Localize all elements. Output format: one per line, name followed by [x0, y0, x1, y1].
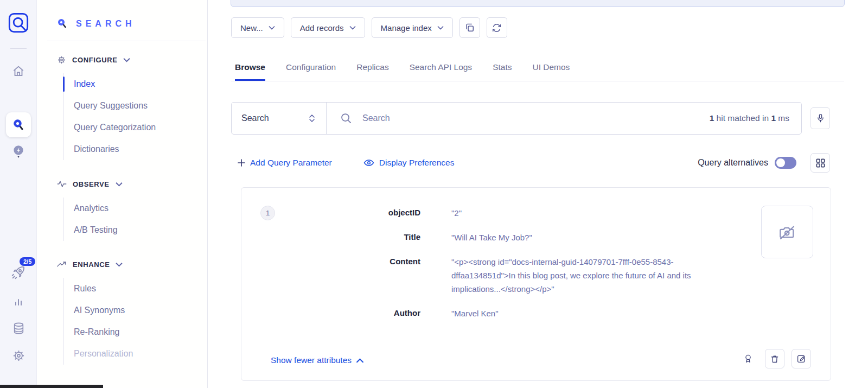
sidebar-item-re-ranking[interactable]: Re-Ranking — [64, 321, 207, 343]
search-magnifier-icon — [57, 18, 67, 29]
chevron-down-icon — [437, 26, 444, 30]
hits-status: 1 hit matched in 1 ms — [710, 113, 792, 123]
sidebar-item-rules[interactable]: Rules — [64, 278, 207, 300]
attribute-key: Title — [241, 231, 420, 244]
sidebar-item-ai-synonyms[interactable]: AI Synonyms — [64, 300, 207, 321]
chevron-down-icon — [123, 58, 130, 62]
ranking-info-button[interactable] — [738, 349, 758, 368]
tab-stats[interactable]: Stats — [493, 56, 512, 81]
activity-icon — [57, 180, 67, 188]
attribute-value: "Will AI Take My Job?" — [451, 231, 532, 244]
manage-index-label: Manage index — [381, 23, 432, 33]
layout-grid-button[interactable] — [810, 153, 830, 173]
database-icon[interactable] — [0, 321, 37, 335]
trash-icon — [770, 354, 780, 364]
hits-count: 1 — [710, 113, 714, 123]
analytics-bars-icon[interactable] — [0, 295, 37, 308]
chevron-down-icon — [349, 26, 356, 30]
section-configure[interactable]: CONFIGURE — [37, 53, 207, 66]
sidebar-item-dictionaries[interactable]: Dictionaries — [64, 138, 207, 160]
hits-time: 1 — [771, 113, 776, 123]
index-toolbar: New... Add records Manage index — [231, 17, 507, 38]
bottom-bar-artifact — [0, 385, 103, 388]
new-button-label: New... — [240, 23, 263, 33]
sidebar-divider — [47, 41, 206, 41]
trending-up-icon — [57, 261, 67, 268]
attribute-key: Author — [241, 307, 420, 320]
tab-configuration[interactable]: Configuration — [286, 56, 336, 81]
attribute-key: Content — [241, 255, 420, 296]
usage-badge: 2/5 — [20, 257, 35, 266]
query-alternatives-label: Query alternatives — [698, 158, 768, 168]
section-enhance-label: ENHANCE — [73, 260, 110, 269]
top-banner-remnant — [231, 0, 845, 7]
gear-icon — [57, 55, 66, 65]
search-input[interactable] — [362, 113, 700, 123]
icon-rail: 2/5 — [0, 0, 37, 388]
tab-bar: Browse Configuration Replicas Search API… — [231, 56, 844, 81]
attribute-value: "Marvel Ken" — [451, 307, 499, 320]
chevron-up-icon — [356, 358, 363, 363]
refresh-icon — [492, 23, 502, 33]
record-attributes: objectID "2" Title "Will AI Take My Job?… — [241, 188, 831, 320]
copy-icon — [464, 22, 475, 33]
section-enhance[interactable]: ENHANCE — [37, 258, 207, 271]
tab-search-api-logs[interactable]: Search API Logs — [410, 56, 472, 81]
sidebar-item-query-suggestions[interactable]: Query Suggestions — [64, 95, 207, 117]
tab-replicas[interactable]: Replicas — [356, 56, 388, 81]
record-actions — [738, 349, 811, 368]
plus-icon — [238, 159, 245, 167]
tab-ui-demos[interactable]: UI Demos — [532, 56, 570, 81]
show-fewer-attributes-link[interactable]: Show fewer attributes — [271, 355, 363, 365]
chevron-down-icon — [116, 262, 123, 267]
edit-record-button[interactable] — [792, 349, 811, 368]
rail-item-search-active[interactable] — [6, 112, 31, 137]
query-alternatives-toggle[interactable] — [775, 157, 796, 169]
eye-icon — [363, 158, 374, 167]
sidebar-item-personalization[interactable]: Personalization — [64, 343, 207, 365]
chevron-down-icon — [116, 182, 123, 187]
sidebar-item-ab-testing[interactable]: A/B Testing — [64, 219, 207, 241]
add-query-parameter-label: Add Query Parameter — [250, 158, 332, 168]
settings-gear-icon[interactable] — [0, 349, 37, 362]
add-records-button[interactable]: Add records — [291, 17, 365, 38]
home-icon[interactable] — [0, 64, 37, 78]
configure-list: Index Query Suggestions Query Categoriza… — [63, 73, 207, 160]
toggle-knob — [776, 158, 785, 167]
show-fewer-attributes-label: Show fewer attributes — [271, 355, 352, 365]
copy-index-button[interactable] — [459, 17, 480, 38]
grid-icon — [815, 158, 826, 168]
observe-list: Analytics A/B Testing — [63, 198, 207, 241]
search-type-value: Search — [241, 113, 269, 123]
refresh-button[interactable] — [487, 17, 507, 38]
tab-browse[interactable]: Browse — [235, 56, 265, 81]
sidebar-item-query-categorization[interactable]: Query Categorization — [64, 117, 207, 138]
record-rank-badge: 1 — [260, 206, 275, 220]
add-query-parameter-link[interactable]: Add Query Parameter — [238, 158, 332, 168]
new-button[interactable]: New... — [231, 17, 284, 38]
edit-icon — [796, 354, 806, 364]
recommend-icon[interactable] — [0, 144, 37, 160]
voice-search-button[interactable] — [810, 107, 830, 129]
hits-text: hit matched in — [717, 113, 769, 123]
display-preferences-label: Display Preferences — [379, 158, 455, 168]
sidebar-item-analytics[interactable]: Analytics — [64, 198, 207, 219]
search-type-selector[interactable]: Search — [232, 103, 327, 134]
rocket-icon[interactable] — [0, 265, 37, 280]
enhance-list: Rules AI Synonyms Re-Ranking Personaliza… — [63, 278, 207, 365]
attribute-value: "2" — [451, 206, 462, 220]
microphone-icon — [816, 113, 825, 124]
award-ribbon-icon — [743, 353, 753, 365]
record-card: 1 objectID "2" Title "Will AI Take My Jo… — [241, 187, 831, 381]
delete-record-button[interactable] — [765, 349, 784, 368]
algolia-logo[interactable] — [8, 12, 29, 36]
sort-chevrons-icon — [308, 113, 316, 123]
sidebar-item-index[interactable]: Index — [64, 73, 207, 95]
manage-index-button[interactable]: Manage index — [372, 17, 453, 38]
attribute-row-objectid: objectID "2" — [241, 206, 831, 220]
section-observe[interactable]: OBSERVE — [37, 177, 207, 190]
display-preferences-link[interactable]: Display Preferences — [363, 158, 455, 168]
query-controls-row: Add Query Parameter Display Preferences … — [238, 155, 830, 170]
section-observe-label: OBSERVE — [73, 180, 110, 188]
attribute-row-title: Title "Will AI Take My Job?" — [241, 231, 831, 244]
